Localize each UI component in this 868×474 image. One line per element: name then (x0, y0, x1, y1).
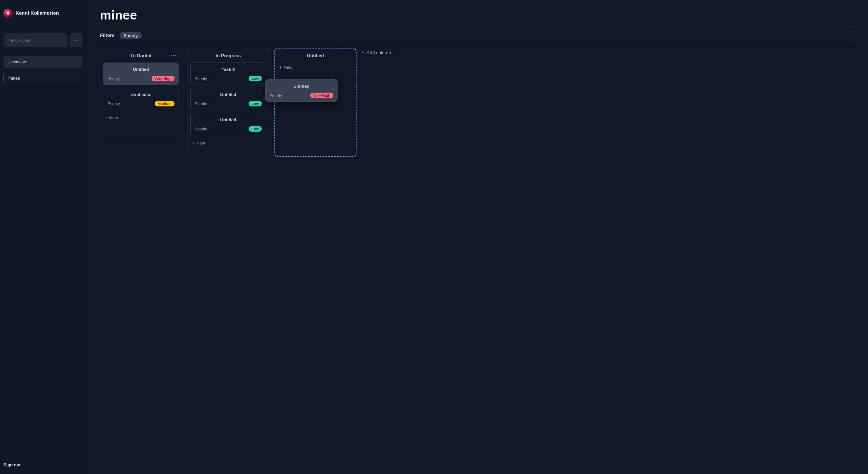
card-priority-label: Priority (107, 76, 120, 81)
user-row: Kenni Kollemorten (3, 7, 82, 24)
column-title: Untitled (307, 53, 324, 59)
column-header[interactable]: Untitled (278, 52, 353, 63)
card-title: Untitledss (107, 92, 175, 97)
plus-icon: + (74, 37, 78, 43)
plus-icon: + (279, 65, 282, 70)
avatar-bird-icon (5, 11, 11, 16)
card-title: Untitled (195, 117, 262, 122)
add-column-button[interactable]: + Add column (362, 48, 391, 55)
board-title: minee (100, 8, 854, 28)
add-card-label: New (284, 65, 292, 70)
kanban-card[interactable]: Untitled Priority Very High (103, 63, 179, 85)
column-header[interactable]: To Doddd ··· (103, 52, 179, 63)
kanban-card[interactable]: Untitled Priority Low (190, 88, 266, 110)
plus-icon: + (105, 115, 107, 120)
kanban-card[interactable]: Task 3 Priority Low (190, 63, 266, 85)
new-project-input[interactable] (3, 33, 67, 47)
card-title: Task 3 (195, 67, 262, 72)
card-priority-label: Priority (195, 76, 207, 81)
add-card-label: New (196, 140, 205, 145)
new-project-row: + (3, 33, 82, 47)
add-card-button[interactable]: + New (103, 113, 179, 121)
sidebar: Kenni Kollemorten + zscascas minee Sign … (0, 0, 86, 474)
priority-badge: Medium (155, 101, 175, 106)
kanban-column: In Progress Task 3 Priority Low Untitled… (187, 48, 269, 150)
kanban-column: To Doddd ··· Untitled Priority Very High… (100, 48, 182, 142)
card-priority-row: Priority Medium (107, 101, 175, 106)
board-divider (100, 48, 854, 48)
sign-out-link[interactable]: Sign out (3, 461, 82, 469)
filters-row: Filters Priority (100, 32, 854, 39)
column-header[interactable]: In Progress (190, 52, 266, 63)
kanban-card[interactable]: Untitled Priority Low (190, 113, 266, 135)
priority-badge: Very High (152, 76, 175, 81)
card-priority-row: Priority Low (195, 126, 262, 132)
title-divider (100, 28, 854, 28)
sidebar-project-item[interactable]: zscascas (3, 56, 82, 68)
column-title: To Doddd (130, 53, 151, 59)
add-card-label: New (109, 115, 118, 120)
column-title: In Progress (216, 53, 241, 59)
avatar (3, 9, 12, 18)
plus-icon: + (362, 50, 364, 55)
filters-label: Filters (100, 33, 115, 38)
kanban-column-drop-target[interactable]: Untitled + New (274, 48, 356, 157)
filter-pill-priority[interactable]: Priority (120, 32, 142, 39)
add-column-label: Add column (367, 50, 391, 55)
sidebar-project-item-active[interactable]: minee (3, 72, 82, 84)
kanban-card[interactable]: Untitledss Priority Medium (103, 88, 179, 110)
project-list: zscascas minee (3, 56, 82, 84)
card-title: Untitled (195, 92, 262, 97)
user-name: Kenni Kollemorten (16, 10, 59, 16)
add-project-button[interactable]: + (70, 33, 82, 47)
plus-icon: + (192, 141, 195, 145)
add-card-button[interactable]: + New (190, 138, 266, 146)
priority-badge: Low (249, 126, 262, 132)
main: minee Filters Priority To Doddd ··· Unti… (86, 0, 868, 474)
priority-badge: Low (249, 76, 262, 81)
card-priority-row: Priority Low (195, 101, 262, 106)
card-priority-label: Priority (195, 127, 207, 131)
card-priority-label: Priority (107, 102, 120, 106)
card-priority-row: Priority Low (195, 76, 262, 81)
card-priority-label: Priority (195, 102, 207, 106)
kanban-board: To Doddd ··· Untitled Priority Very High… (100, 48, 854, 157)
add-card-button[interactable]: + New (278, 63, 353, 70)
card-title: Untitled (107, 67, 175, 72)
priority-badge: Low (249, 101, 262, 106)
card-priority-row: Priority Very High (107, 76, 175, 81)
column-menu-icon[interactable]: ··· (171, 53, 177, 59)
